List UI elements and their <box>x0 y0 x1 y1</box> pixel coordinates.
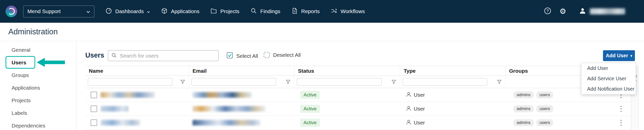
redacted-name <box>101 120 140 125</box>
status-badge: Active <box>300 105 320 113</box>
person-icon <box>406 106 411 112</box>
type-label: User <box>414 92 425 98</box>
type-label: User <box>414 106 425 112</box>
group-badge: users <box>536 105 553 112</box>
sidebar-item-applications[interactable]: Applications <box>0 82 76 94</box>
filter-funnel-icon[interactable] <box>180 79 185 84</box>
filter-funnel-icon[interactable] <box>497 79 502 84</box>
column-header-name[interactable]: Name <box>85 66 189 75</box>
sidebar-item-general[interactable]: General <box>0 44 76 56</box>
person-icon <box>406 119 411 126</box>
applications-icon <box>161 8 168 15</box>
row-checkbox[interactable] <box>91 92 97 98</box>
top-navigation-bar: Mend Support Dashboards Applications Pro… <box>0 0 644 23</box>
caret-down-icon: ▾ <box>630 54 632 58</box>
nav-item-label: Findings <box>260 8 280 14</box>
users-table: Name Email Status Type Groups <box>85 66 631 130</box>
user-menu[interactable] <box>579 7 625 16</box>
nav-item-label: Workflows <box>340 8 365 14</box>
row-menu-button[interactable]: ⋮ <box>618 119 625 126</box>
dashboards-icon <box>105 8 112 15</box>
redacted-name <box>101 106 128 112</box>
redacted-email <box>193 106 266 112</box>
table-row: Active User admins users ⋮ <box>85 88 631 102</box>
email-filter-input[interactable] <box>192 78 276 86</box>
type-label: User <box>414 120 425 126</box>
add-user-dropdown-menu: Add User Add Service User Add Notificati… <box>581 63 636 94</box>
search-icon <box>111 53 117 59</box>
sidebar-item-dependencies[interactable]: Dependencies <box>0 119 76 130</box>
nav-item-findings[interactable]: Findings <box>250 8 280 15</box>
organization-selector[interactable]: Mend Support <box>23 6 94 17</box>
email-filter-cell <box>189 76 294 88</box>
filter-funnel-icon[interactable] <box>391 79 396 84</box>
column-header-type[interactable]: Type <box>400 66 506 75</box>
page-header: Administration <box>0 23 644 41</box>
settings-gear-icon[interactable]: ⚙ <box>559 8 566 15</box>
svg-text:?: ? <box>547 9 549 13</box>
nav-item-label: Applications <box>171 8 199 14</box>
type-filter-cell <box>400 76 506 88</box>
status-filter-input[interactable] <box>297 78 382 86</box>
users-search-box <box>108 50 218 61</box>
deselect-all-label: Deselect All <box>273 52 301 58</box>
group-badge: admins <box>513 119 534 126</box>
group-badge: users <box>536 119 553 126</box>
sidebar-item-users[interactable]: Users <box>0 56 76 69</box>
table-row: Active User admins users ⋮ <box>85 116 631 130</box>
sidebar-item-labels[interactable]: Labels <box>0 107 76 119</box>
nav-item-workflows[interactable]: Workflows <box>331 8 365 15</box>
user-avatar-icon <box>579 7 586 16</box>
redacted-username <box>590 8 625 14</box>
sidebar-item-groups[interactable]: Groups <box>0 69 76 82</box>
dashed-square-icon <box>264 52 270 58</box>
row-menu-button[interactable]: ⋮ <box>618 105 625 112</box>
name-filter-input[interactable] <box>88 78 172 86</box>
sidebar-item-projects[interactable]: Projects <box>0 94 76 107</box>
chevron-down-icon <box>147 8 150 14</box>
row-checkbox[interactable] <box>91 106 97 112</box>
column-header-email[interactable]: Email <box>189 66 294 75</box>
admin-sidebar: General Users Groups Applications Projec… <box>0 41 77 130</box>
column-header-status[interactable]: Status <box>294 66 400 75</box>
nav-item-reports[interactable]: Reports <box>291 8 320 15</box>
section-heading: Users <box>85 51 104 59</box>
redacted-email <box>193 120 260 125</box>
redacted-email <box>193 92 252 98</box>
help-icon[interactable]: ? <box>544 7 551 16</box>
findings-icon <box>250 8 257 15</box>
projects-icon <box>210 8 217 15</box>
mend-logo[interactable] <box>6 6 17 17</box>
name-filter-cell <box>85 76 189 88</box>
group-badge: admins <box>513 105 534 112</box>
menu-item-add-user[interactable]: Add User <box>582 63 636 73</box>
status-badge: Active <box>300 119 320 127</box>
menu-item-add-notification-user[interactable]: Add Notification User <box>582 84 636 94</box>
nav-item-applications[interactable]: Applications <box>161 8 199 15</box>
search-input[interactable] <box>120 53 215 59</box>
chevron-down-icon <box>86 8 90 14</box>
add-user-button[interactable]: Add User ▾ <box>603 50 635 61</box>
table-row: Active User admins users ⋮ <box>85 102 631 116</box>
status-badge: Active <box>300 91 320 99</box>
organization-selector-value: Mend Support <box>27 8 61 14</box>
nav-item-label: Dashboards <box>115 8 144 14</box>
nav-item-dashboards[interactable]: Dashboards <box>105 8 150 15</box>
deselect-all-control[interactable]: Deselect All <box>264 52 301 58</box>
checked-checkbox-icon <box>226 52 233 60</box>
menu-item-add-service-user[interactable]: Add Service User <box>582 73 636 84</box>
person-icon <box>406 92 411 98</box>
workflows-icon <box>331 8 337 15</box>
redacted-name <box>101 92 155 98</box>
select-all-control[interactable]: Select All <box>226 52 258 60</box>
nav-item-label: Reports <box>301 8 320 14</box>
group-badge: admins <box>513 91 534 98</box>
row-checkbox[interactable] <box>91 119 97 126</box>
type-filter-input[interactable] <box>403 78 487 86</box>
status-filter-cell <box>294 76 400 88</box>
select-all-label: Select All <box>236 53 258 59</box>
table-filter-row <box>85 76 631 88</box>
nav-item-projects[interactable]: Projects <box>210 8 239 15</box>
filter-funnel-icon[interactable] <box>286 79 291 84</box>
table-header-row: Name Email Status Type Groups <box>85 66 631 76</box>
